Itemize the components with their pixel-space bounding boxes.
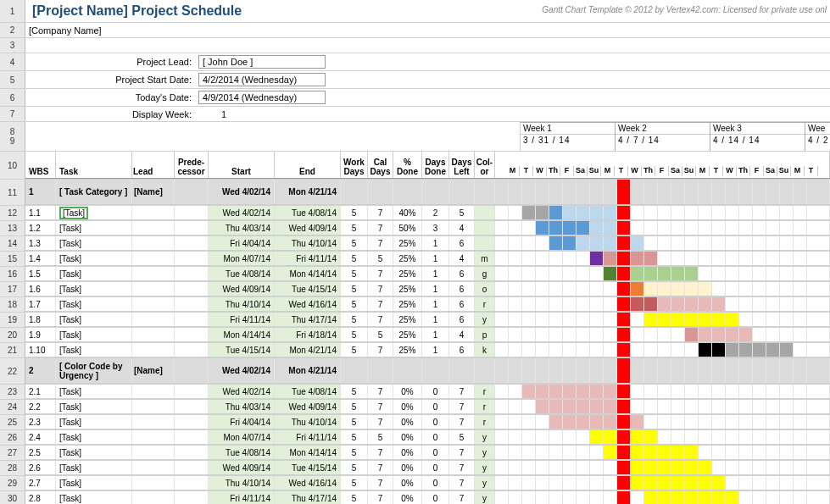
gantt-cell[interactable] <box>577 358 590 383</box>
day-col[interactable]: W <box>723 166 737 176</box>
gantt-cell[interactable] <box>563 343 577 357</box>
gantt-cell[interactable] <box>726 328 739 341</box>
gantt-cell[interactable] <box>794 415 807 429</box>
cell-cal-days[interactable]: 7 <box>368 491 393 504</box>
gantt-cell[interactable] <box>753 476 766 490</box>
cell-days-done[interactable]: 0 <box>422 461 449 474</box>
gantt-cell[interactable] <box>726 206 739 219</box>
gantt-cell[interactable] <box>549 206 563 219</box>
cell-start[interactable]: Wed 4/09/14 <box>209 282 275 296</box>
cell-pred[interactable] <box>175 267 209 280</box>
cell-color[interactable]: r <box>475 297 495 311</box>
rownum[interactable]: 14 <box>0 236 25 251</box>
cell-task[interactable]: [Task] <box>56 430 132 444</box>
cell-wbs[interactable]: 1.6 <box>25 282 56 296</box>
gantt-cell[interactable] <box>495 446 509 459</box>
cell-wbs[interactable]: 1.7 <box>25 297 56 311</box>
day-col[interactable]: F <box>560 166 574 176</box>
gantt-cell[interactable] <box>671 297 685 311</box>
gantt-cell[interactable] <box>563 236 577 250</box>
gantt-cell[interactable] <box>699 282 712 296</box>
cell-task[interactable]: [Task] <box>56 385 132 398</box>
gantt-cell[interactable] <box>509 476 522 490</box>
gantt-cell[interactable] <box>712 400 726 413</box>
display-week-value[interactable]: 1 <box>198 109 249 119</box>
gantt-cell[interactable] <box>590 252 604 265</box>
cell-days-left[interactable]: 5 <box>449 430 475 444</box>
gantt-cell[interactable] <box>671 415 685 429</box>
gantt-cell[interactable] <box>726 221 739 235</box>
rownum[interactable]: 6 <box>0 89 25 106</box>
cell-days-done[interactable]: 0 <box>422 415 449 429</box>
gantt-cell[interactable] <box>658 267 671 280</box>
cell-color[interactable]: y <box>475 313 495 326</box>
gantt-cell[interactable] <box>712 491 726 504</box>
gantt-cell[interactable] <box>495 385 509 398</box>
gantt-cell[interactable] <box>712 430 726 444</box>
gantt-cell[interactable] <box>780 328 794 341</box>
cell-work-days[interactable]: 5 <box>341 282 368 296</box>
cell-days-left[interactable]: 6 <box>449 313 475 326</box>
gantt-cell[interactable] <box>549 236 563 250</box>
gantt-cell[interactable] <box>631 430 644 444</box>
gantt-cell[interactable] <box>631 446 644 459</box>
cell-work-days[interactable]: 5 <box>341 343 368 357</box>
cell-work-days[interactable]: 5 <box>341 221 368 235</box>
gantt-cell[interactable] <box>604 461 617 474</box>
gantt-cell[interactable] <box>495 328 509 341</box>
cell-days-done[interactable]: 1 <box>422 313 449 326</box>
cell-start[interactable]: Thu 4/03/14 <box>209 221 275 235</box>
cell-pred[interactable] <box>175 221 209 235</box>
cell-pred[interactable] <box>175 491 209 504</box>
gantt-cell[interactable] <box>712 221 726 235</box>
cell-task[interactable]: [Task] <box>56 328 132 341</box>
cell-days-done[interactable]: 2 <box>422 206 449 219</box>
cell-work-days[interactable]: 5 <box>341 476 368 490</box>
gantt-cell[interactable] <box>766 180 780 204</box>
cell-color[interactable] <box>475 358 495 383</box>
gantt-cell[interactable] <box>522 252 536 265</box>
cell-pct-done[interactable] <box>393 180 422 204</box>
cell-start[interactable]: Mon 4/07/14 <box>209 252 275 265</box>
gantt-cell[interactable] <box>699 343 712 357</box>
gantt-cell[interactable] <box>617 430 631 444</box>
cell-work-days[interactable]: 5 <box>341 313 368 326</box>
gantt-cell[interactable] <box>536 476 549 490</box>
cell-days-done[interactable]: 1 <box>422 343 449 357</box>
gantt-cell[interactable] <box>685 267 699 280</box>
cell-pred[interactable] <box>175 252 209 265</box>
rownum[interactable]: 29 <box>0 476 25 490</box>
cell-pred[interactable] <box>175 236 209 250</box>
cell-color[interactable]: y <box>475 446 495 459</box>
cell-days-left[interactable]: 6 <box>449 297 475 311</box>
gantt-cell[interactable] <box>617 400 631 413</box>
cell-days-done[interactable] <box>422 358 449 383</box>
day-col[interactable]: W <box>628 166 642 176</box>
gantt-cell[interactable] <box>495 343 509 357</box>
gantt-cell[interactable] <box>509 206 522 219</box>
gantt-cell[interactable] <box>753 400 766 413</box>
gantt-cell[interactable] <box>536 400 549 413</box>
col-end[interactable]: End <box>275 152 341 178</box>
cell-lead[interactable] <box>132 446 175 459</box>
gantt-cell[interactable] <box>617 236 631 250</box>
gantt-cell[interactable] <box>563 328 577 341</box>
gantt-cell[interactable] <box>671 206 685 219</box>
gantt-cell[interactable] <box>644 206 658 219</box>
gantt-cell[interactable] <box>577 180 590 204</box>
cell-days-left[interactable]: 7 <box>449 446 475 459</box>
gantt-cell[interactable] <box>780 358 794 383</box>
gantt-cell[interactable] <box>604 415 617 429</box>
gantt-cell[interactable] <box>780 400 794 413</box>
gantt-cell[interactable] <box>604 236 617 250</box>
gantt-cell[interactable] <box>522 313 536 326</box>
col-color[interactable]: Col-or <box>475 152 495 178</box>
gantt-cell[interactable] <box>549 297 563 311</box>
day-col[interactable]: Su <box>588 166 601 176</box>
gantt-cell[interactable] <box>549 313 563 326</box>
gantt-cell[interactable] <box>671 313 685 326</box>
gantt-cell[interactable] <box>766 236 780 250</box>
cell-work-days[interactable]: 5 <box>341 446 368 459</box>
cell-days-left[interactable]: 7 <box>449 461 475 474</box>
gantt-cell[interactable] <box>658 282 671 296</box>
